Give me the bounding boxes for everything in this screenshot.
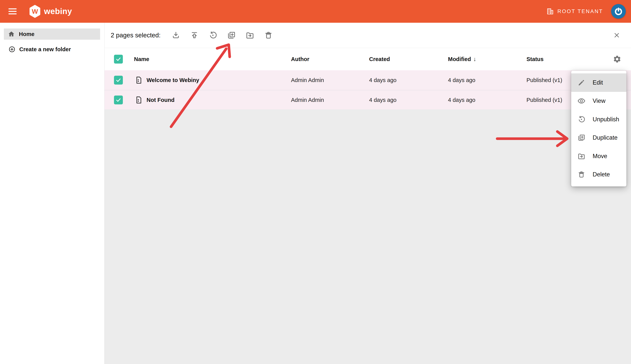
restore-icon (577, 115, 586, 124)
menu-item-label: Delete (593, 171, 610, 178)
tenant-selector[interactable]: ROOT TENANT (546, 7, 603, 16)
pencil-icon (577, 78, 586, 87)
menu-item-label: Duplicate (593, 134, 617, 141)
selection-count-text: 2 pages selected: (111, 32, 161, 39)
upload-icon (190, 31, 199, 40)
column-header-modified-label: Modified (448, 56, 471, 62)
close-icon (613, 32, 620, 39)
page-author: Admin Admin (291, 97, 324, 103)
menu-item-label: View (593, 98, 605, 104)
home-icon (8, 30, 15, 38)
create-folder-button[interactable]: Create a new folder (9, 44, 71, 55)
move-icon (577, 152, 586, 160)
page-name: Not Found (147, 97, 174, 103)
duplicate-icon (577, 134, 586, 142)
sort-desc-icon: ↓ (473, 56, 476, 62)
sidebar-item-label: Home (19, 31, 35, 37)
publish-pages-button[interactable] (188, 29, 200, 42)
folder-sidebar: Home Create a new folder (0, 23, 105, 364)
table-header-row: Name Author Created Modified ↓ Status (105, 48, 631, 70)
webiny-hexagon-logo-icon: W (29, 5, 41, 18)
hamburger-menu-icon[interactable] (9, 8, 17, 14)
menu-item-unpublish[interactable]: Unpublish (571, 110, 626, 129)
user-avatar[interactable] (611, 4, 626, 19)
restore-icon (208, 31, 217, 40)
plus-circle-icon (9, 46, 16, 53)
menu-item-label: Edit (593, 79, 603, 86)
webiny-wordmark: webiny (44, 7, 72, 16)
move-icon (246, 31, 254, 40)
page-name: Welcome to Webiny (147, 77, 199, 84)
trash-icon (577, 170, 586, 179)
column-header-status: Status (526, 56, 544, 62)
table-settings-button[interactable] (612, 54, 622, 64)
select-all-checkbox[interactable] (114, 55, 123, 64)
menu-item-label: Move (593, 153, 607, 160)
check-icon (115, 77, 122, 84)
export-pages-button[interactable] (170, 29, 182, 42)
document-icon (136, 96, 142, 104)
document-icon (136, 76, 142, 84)
check-icon (115, 56, 122, 62)
menu-item-edit[interactable]: Edit (571, 74, 626, 92)
trash-icon (264, 31, 273, 40)
building-icon (546, 7, 554, 16)
menu-item-delete[interactable]: Delete (571, 166, 626, 184)
page-created: 4 days ago (369, 97, 396, 103)
delete-pages-button[interactable] (262, 29, 275, 42)
page-author: Admin Admin (291, 77, 324, 84)
row-checkbox[interactable] (114, 76, 123, 84)
menu-item-label: Unpublish (593, 116, 619, 123)
menu-item-view[interactable]: View (571, 92, 626, 110)
page-created: 4 days ago (369, 77, 396, 84)
webiny-logo: W webiny (29, 5, 72, 18)
page-modified: 4 days ago (448, 97, 475, 103)
menu-item-move[interactable]: Move (571, 147, 626, 166)
sidebar-item-home[interactable]: Home (4, 28, 100, 40)
page-list-panel: 2 pages selected: (105, 23, 631, 364)
create-folder-label: Create a new folder (19, 46, 71, 52)
column-header-name: Name (134, 56, 149, 62)
power-icon (613, 6, 623, 16)
eye-icon (577, 97, 586, 105)
close-selection-button[interactable] (610, 29, 623, 42)
page-modified: 4 days ago (448, 77, 475, 84)
download-icon (171, 31, 180, 40)
check-icon (115, 97, 122, 103)
duplicate-icon (227, 31, 236, 40)
gear-icon (613, 55, 621, 63)
column-header-author: Author (291, 56, 309, 62)
tenant-label: ROOT TENANT (557, 8, 603, 14)
table-row-not-found[interactable]: Not Found Admin Admin 4 days ago 4 days … (105, 90, 631, 110)
page-status: Published (v1) (526, 97, 562, 103)
column-header-modified-sort[interactable]: Modified ↓ (448, 56, 476, 62)
selection-toolbar: 2 pages selected: (105, 23, 631, 48)
top-app-bar: W webiny ROOT TENANT (0, 0, 631, 23)
page-status: Published (v1) (526, 77, 562, 84)
duplicate-pages-button[interactable] (225, 29, 238, 42)
row-checkbox[interactable] (114, 96, 123, 104)
menu-item-duplicate[interactable]: Duplicate (571, 129, 626, 147)
webiny-logo-letter: W (29, 5, 41, 18)
move-pages-button[interactable] (244, 29, 256, 42)
row-actions-context-menu: Edit View Unpublish Duplic (571, 71, 626, 186)
column-header-created: Created (369, 56, 390, 62)
table-row-welcome-to-webiny[interactable]: Welcome to Webiny Admin Admin 4 days ago… (105, 70, 631, 90)
unpublish-pages-button[interactable] (207, 29, 219, 42)
